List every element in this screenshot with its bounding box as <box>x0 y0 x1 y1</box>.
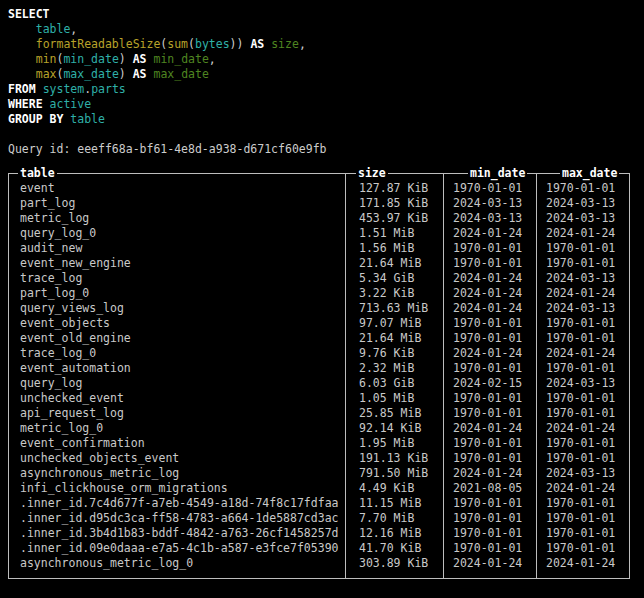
cell-min-date: 1970-01-01 <box>443 541 536 556</box>
cell-table: audit_new <box>8 241 345 256</box>
sql-token: bytes <box>195 37 230 51</box>
cell-max-date: 2024-01-24 <box>536 481 629 496</box>
cell-max-date: 1970-01-01 <box>536 451 629 466</box>
cell-size: 6.03 GiB <box>345 376 443 391</box>
cell-size: 5.34 GiB <box>345 271 443 286</box>
cell-max-date: 1970-01-01 <box>536 436 629 451</box>
sql-token: , <box>299 37 306 51</box>
sql-token: AS <box>133 52 147 66</box>
cell-min-date: 1970-01-01 <box>443 511 536 526</box>
table-row: .inner_id.7c4d677f-a7eb-4549-a18d-74f8c1… <box>8 496 638 511</box>
cell-size: 791.50 MiB <box>345 466 443 481</box>
table-row: unchecked_event1.05 MiB1970-01-011970-01… <box>8 391 638 406</box>
cell-table: query_log_0 <box>8 226 345 241</box>
query-id-value: eeeff68a-bf61-4e8d-a938-d671cf60e9fb <box>77 142 326 156</box>
sql-line: SELECT <box>8 7 644 22</box>
cell-max-date: 2024-01-24 <box>536 346 629 361</box>
terminal-window[interactable]: SELECT table, formatReadableSize(sum(byt… <box>0 0 644 598</box>
cell-max-date: 1970-01-01 <box>536 391 629 406</box>
sql-token: ) <box>119 67 133 81</box>
sql-token <box>8 37 36 51</box>
cell-min-date: 1970-01-01 <box>443 241 536 256</box>
cell-max-date: 2024-03-13 <box>536 196 629 211</box>
cell-table: asynchronous_metric_log <box>8 466 345 481</box>
cell-table: .inner_id.7c4d677f-a7eb-4549-a18d-74f8c1… <box>8 496 345 511</box>
cell-min-date: 1970-01-01 <box>443 496 536 511</box>
cell-table: query_log <box>8 376 345 391</box>
cell-max-date: 1970-01-01 <box>536 496 629 511</box>
cell-size: 713.63 MiB <box>345 301 443 316</box>
cell-max-date: 1970-01-01 <box>536 541 629 556</box>
cell-min-date: 2024-01-24 <box>443 466 536 481</box>
cell-max-date: 1970-01-01 <box>536 256 629 271</box>
cell-max-date: 2024-01-24 <box>536 226 629 241</box>
sql-token: parts <box>91 82 126 96</box>
result-table: table size min_date max_date event127.87… <box>8 166 638 586</box>
cell-size: 1.05 MiB <box>345 391 443 406</box>
cell-min-date: 1970-01-01 <box>443 331 536 346</box>
sql-line: formatReadableSize(sum(bytes)) AS size, <box>8 37 644 52</box>
sql-line: FROM system.parts <box>8 82 644 97</box>
cell-min-date: 2024-01-24 <box>443 421 536 436</box>
cell-table: metric_log <box>8 211 345 226</box>
table-row: asynchronous_metric_log_0303.89 KiB2024-… <box>8 556 638 571</box>
cell-size: 453.97 KiB <box>345 211 443 226</box>
cell-min-date: 1970-01-01 <box>443 361 536 376</box>
table-row: event_old_engine21.64 MiB1970-01-011970-… <box>8 331 638 346</box>
cell-min-date: 1970-01-01 <box>443 436 536 451</box>
sql-query: SELECT table, formatReadableSize(sum(byt… <box>0 0 644 127</box>
cell-table: part_log_0 <box>8 286 345 301</box>
sql-token: min_date <box>153 52 208 66</box>
cell-min-date: 2024-01-24 <box>443 346 536 361</box>
sql-line: GROUP BY table <box>8 112 644 127</box>
sql-line: max(max_date) AS max_date <box>8 67 644 82</box>
query-id-label: Query id: <box>8 142 77 156</box>
cell-table: event_old_engine <box>8 331 345 346</box>
table-row: trace_log5.34 GiB2024-01-242024-03-13 <box>8 271 638 286</box>
sql-token: GROUP BY <box>8 112 63 126</box>
sql-token: table <box>36 22 71 36</box>
cell-size: 25.85 MiB <box>345 406 443 421</box>
cell-max-date: 2024-03-13 <box>536 301 629 316</box>
sql-token <box>8 52 36 66</box>
cell-max-date: 2024-03-13 <box>536 211 629 226</box>
cell-size: 21.64 MiB <box>345 331 443 346</box>
cell-size: 41.70 KiB <box>345 541 443 556</box>
cell-min-date: 2024-01-24 <box>443 286 536 301</box>
table-row: audit_new1.56 MiB1970-01-011970-01-01 <box>8 241 638 256</box>
query-id-line: Query id: eeeff68a-bf61-4e8d-a938-d671cf… <box>0 142 644 157</box>
cell-min-date: 1970-01-01 <box>443 181 536 196</box>
sql-token: active <box>50 97 92 111</box>
cell-max-date: 1970-01-01 <box>536 406 629 421</box>
cell-table: asynchronous_metric_log_0 <box>8 556 345 571</box>
table-header-row: table size min_date max_date <box>8 166 638 181</box>
sql-token <box>8 22 36 36</box>
table-row: event127.87 KiB1970-01-011970-01-01 <box>8 181 638 196</box>
sql-token: ( <box>188 37 195 51</box>
cell-size: 127.87 KiB <box>345 181 443 196</box>
cell-size: 7.70 MiB <box>345 511 443 526</box>
sql-token: ) <box>119 52 133 66</box>
cell-size: 191.13 KiB <box>345 451 443 466</box>
cell-table: trace_log <box>8 271 345 286</box>
column-header-table: table <box>18 166 57 181</box>
sql-token: AS <box>133 67 147 81</box>
cell-table: unchecked_objects_event <box>8 451 345 466</box>
table-row: metric_log453.97 KiB2024-03-132024-03-13 <box>8 211 638 226</box>
column-header-max-date: max_date <box>560 166 619 181</box>
sql-token: , <box>209 52 216 66</box>
cell-table: event_new_engine <box>8 256 345 271</box>
table-row: .inner_id.3b4d1b83-bddf-4842-a763-26cf14… <box>8 526 638 541</box>
cell-size: 9.76 KiB <box>345 346 443 361</box>
sql-line: min(min_date) AS min_date, <box>8 52 644 67</box>
cell-min-date: 1970-01-01 <box>443 526 536 541</box>
sql-token: WHERE <box>8 97 43 111</box>
table-row: query_log_01.51 MiB2024-01-242024-01-24 <box>8 226 638 241</box>
table-row: trace_log_09.76 KiB2024-01-242024-01-24 <box>8 346 638 361</box>
cell-max-date: 1970-01-01 <box>536 316 629 331</box>
table-row: query_log6.03 GiB2024-02-152024-03-13 <box>8 376 638 391</box>
sql-token: formatReadableSize <box>36 37 161 51</box>
table-row: asynchronous_metric_log791.50 MiB2024-01… <box>8 466 638 481</box>
column-header-min-date: min_date <box>468 166 527 181</box>
column-header-size: size <box>356 166 388 181</box>
